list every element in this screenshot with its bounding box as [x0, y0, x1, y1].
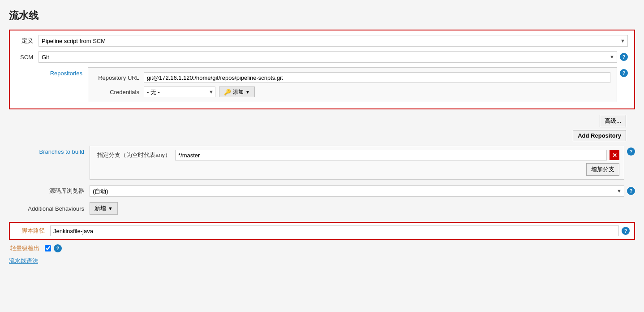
repositories-section-row: Repositories Repository URL Credentials …	[16, 67, 628, 102]
lightweight-label: 轻量级检出	[9, 244, 45, 252]
script-path-label: 脚本路径	[14, 227, 50, 235]
definition-label: 定义	[16, 37, 39, 45]
script-path-input[interactable]	[50, 225, 619, 236]
scm-select[interactable]: Git None	[39, 51, 617, 63]
top-section: 定义 Pipeline script from SCM Pipeline scr…	[9, 30, 635, 109]
pipeline-syntax-row: 流水线语法	[9, 257, 635, 265]
source-browser-help-icon[interactable]: ?	[627, 187, 635, 195]
add-repository-button[interactable]: Add Repository	[573, 130, 626, 141]
additional-btn-arrow: ▼	[108, 206, 113, 211]
repositories-help-icon[interactable]: ?	[620, 69, 628, 77]
branches-section-row: Branches to build 指定分支（为空时代表any） ✕ 增加分支 …	[9, 146, 635, 180]
scm-help-icon[interactable]: ?	[620, 53, 628, 61]
additional-behaviours-row: Additional Behaviours 新增 ▼	[9, 202, 635, 215]
credentials-row: Credentials - 无 - ▼ 🔑 添加 ▼	[94, 87, 610, 97]
add-branch-button[interactable]: 增加分支	[586, 163, 619, 176]
credentials-label: Credentials	[94, 89, 144, 95]
source-browser-label: 源码库浏览器	[9, 187, 90, 195]
repo-url-label: Repository URL	[94, 74, 144, 81]
definition-select[interactable]: Pipeline script from SCM Pipeline script	[39, 35, 628, 47]
add-dropdown-arrow: ▼	[245, 90, 250, 95]
credentials-select[interactable]: - 无 -	[144, 87, 215, 97]
source-browser-row: 源码库浏览器 (自动) ▼ ?	[9, 185, 635, 197]
branch-input[interactable]	[175, 150, 607, 160]
scm-row: SCM Git None ▼ ?	[16, 51, 628, 63]
lightweight-help-icon[interactable]: ?	[54, 244, 62, 252]
pipeline-syntax-link[interactable]: 流水线语法	[9, 257, 38, 264]
source-browser-select-wrap: (自动) ▼	[90, 185, 624, 197]
branches-content: 指定分支（为空时代表any） ✕ 增加分支	[90, 146, 624, 180]
source-browser-select[interactable]: (自动)	[90, 185, 624, 197]
lightweight-row: 轻量级检出 ?	[9, 244, 635, 252]
scm-label: SCM	[16, 54, 39, 61]
add-branch-row: 增加分支	[94, 163, 619, 176]
scm-select-wrap: Git None ▼	[39, 51, 617, 63]
right-action-buttons: 高级... Add Repository	[9, 115, 635, 141]
branch-input-row: 指定分支（为空时代表any） ✕	[94, 150, 619, 160]
page-title: 流水线	[9, 9, 635, 22]
key-icon: 🔑	[224, 89, 231, 95]
credentials-select-wrap: - 无 - ▼	[144, 87, 215, 97]
add-credentials-label: 添加	[233, 88, 244, 96]
additional-behaviours-label: Additional Behaviours	[9, 205, 90, 212]
repositories-content: Repository URL Credentials - 无 - ▼ 🔑 添加 …	[88, 67, 617, 102]
branch-input-label: 指定分支（为空时代表any）	[94, 151, 175, 159]
repositories-label: Repositories	[16, 67, 88, 77]
branches-help-icon[interactable]: ?	[627, 147, 635, 156]
branches-label: Branches to build	[9, 146, 90, 155]
additional-behaviours-button[interactable]: 新增 ▼	[90, 202, 118, 215]
lightweight-checkbox[interactable]	[45, 245, 51, 251]
add-credentials-button[interactable]: 🔑 添加 ▼	[219, 87, 255, 97]
script-path-help-icon[interactable]: ?	[622, 227, 630, 235]
x-button[interactable]: ✕	[610, 150, 619, 160]
definition-row: 定义 Pipeline script from SCM Pipeline scr…	[16, 35, 628, 47]
script-path-section: 脚本路径 ?	[9, 222, 635, 240]
repo-url-input[interactable]	[144, 72, 610, 83]
advanced-button[interactable]: 高级...	[600, 115, 626, 127]
repo-url-row: Repository URL	[94, 72, 610, 83]
definition-select-wrap: Pipeline script from SCM Pipeline script…	[39, 35, 628, 47]
additional-btn-label: 新增	[94, 204, 106, 212]
